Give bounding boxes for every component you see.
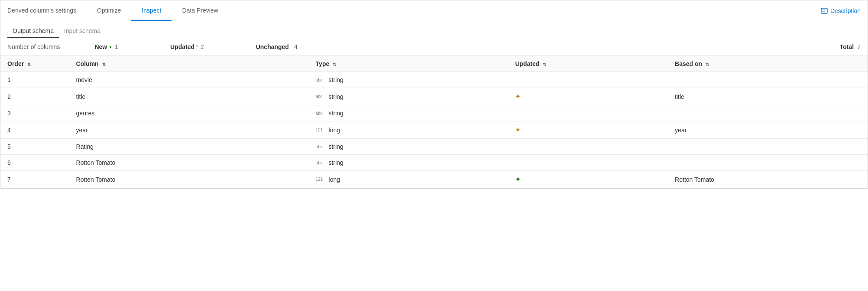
header-type[interactable]: Type ⇅ (309, 56, 508, 72)
sort-order-icon: ⇅ (27, 62, 31, 67)
cell-column: genres (69, 105, 309, 121)
cell-type: abcstring (309, 72, 508, 88)
table-header-row: Order ⇅ Column ⇅ Type ⇅ Updated ⇅ (0, 56, 868, 72)
type-badge: abc (316, 111, 326, 116)
cell-column: Rotton Tomato (69, 155, 309, 171)
table-row: 1movieabcstring (0, 72, 868, 88)
updated-star-icon: ✦ (515, 92, 521, 101)
table-row: 7Rotten Tomato121long✦Rotton Tomato (0, 171, 868, 188)
description-icon (821, 7, 828, 14)
type-badge: abc (316, 78, 326, 82)
header-updated[interactable]: Updated ⇅ (508, 56, 668, 72)
cell-updated (508, 105, 668, 121)
cell-updated (508, 155, 668, 171)
schema-table: Order ⇅ Column ⇅ Type ⇅ Updated ⇅ (0, 56, 868, 188)
type-label: string (329, 93, 343, 100)
table-row: 6Rotton Tomatoabcstring (0, 155, 868, 171)
cell-basedon (668, 155, 868, 171)
cell-column: title (69, 88, 309, 105)
cell-column: movie (69, 72, 309, 88)
updated-stat: Updated* 2 (170, 43, 204, 50)
header-basedon[interactable]: Based on ⇅ (668, 56, 868, 72)
cell-order: 7 (0, 171, 69, 188)
type-badge: abc (316, 144, 326, 149)
cell-order: 2 (0, 88, 69, 105)
cell-basedon (668, 139, 868, 155)
type-label: string (329, 143, 343, 150)
cell-type: abcstring (309, 155, 508, 171)
cell-basedon: Rotton Tomato (668, 171, 868, 188)
cell-basedon (668, 105, 868, 121)
cell-column: Rating (69, 139, 309, 155)
type-badge: 121 (316, 177, 326, 182)
table-row: 2titleabcstring✦title (0, 88, 868, 105)
sort-type-icon: ⇅ (333, 62, 336, 67)
tab-inspect[interactable]: Inspect (131, 0, 172, 21)
sort-column-icon: ⇅ (102, 62, 106, 67)
cell-type: 121long (309, 171, 508, 188)
tab-data-preview[interactable]: Data Preview (172, 0, 228, 21)
cell-updated: ✦ (508, 88, 668, 105)
type-badge: abc (316, 160, 326, 165)
cell-updated (508, 72, 668, 88)
unchanged-stat: Unchanged 4 (256, 43, 298, 50)
type-badge: abc (316, 94, 326, 99)
cell-basedon: title (668, 88, 868, 105)
sort-basedon-icon: ⇅ (706, 62, 709, 67)
number-of-columns-label: Number of columns (7, 43, 60, 50)
cell-order: 6 (0, 155, 69, 171)
cell-order: 1 (0, 72, 69, 88)
type-badge: 121 (316, 128, 326, 132)
cell-updated: ✦ (508, 171, 668, 188)
tab-derived-settings[interactable]: Derived column's settings (7, 0, 87, 21)
tab-optimize[interactable]: Optimize (87, 0, 131, 21)
cell-type: 121long (309, 121, 508, 139)
stats-row: Number of columns New✦ 1 Updated* 2 Unch… (0, 38, 868, 56)
table-row: 4year121long✦year (0, 121, 868, 139)
type-label: string (329, 76, 343, 83)
total-stat: Total 7 (840, 43, 861, 50)
cell-basedon (668, 72, 868, 88)
cell-order: 3 (0, 105, 69, 121)
cell-basedon: year (668, 121, 868, 139)
type-label: string (329, 110, 343, 117)
cell-updated: ✦ (508, 121, 668, 139)
cell-type: abcstring (309, 105, 508, 121)
cell-order: 5 (0, 139, 69, 155)
svg-rect-0 (821, 8, 827, 13)
cell-column: year (69, 121, 309, 139)
sort-updated-icon: ⇅ (543, 62, 546, 67)
schema-table-container: Order ⇅ Column ⇅ Type ⇅ Updated ⇅ (0, 56, 868, 188)
tab-output-schema[interactable]: Output schema (7, 25, 59, 38)
cell-column: Rotten Tomato (69, 171, 309, 188)
cell-type: abcstring (309, 88, 508, 105)
secondary-tab-bar: Output schema Input schema (0, 21, 868, 38)
updated-star-icon: ✦ (515, 175, 521, 183)
top-tab-bar: Derived column's settings Optimize Inspe… (0, 0, 868, 21)
cell-type: abcstring (309, 139, 508, 155)
table-row: 3genresabcstring (0, 105, 868, 121)
type-label: long (329, 176, 340, 183)
tab-input-schema[interactable]: Input schema (59, 25, 106, 38)
header-order[interactable]: Order ⇅ (0, 56, 69, 72)
type-label: long (329, 127, 340, 134)
new-stat: New✦ 1 (94, 43, 118, 50)
table-row: 5Ratingabcstring (0, 139, 868, 155)
cell-order: 4 (0, 121, 69, 139)
updated-star-icon: ✦ (515, 126, 521, 134)
type-label: string (329, 159, 343, 166)
updated-dot: * (196, 45, 198, 49)
cell-updated (508, 139, 668, 155)
description-button[interactable]: Description (821, 7, 861, 14)
new-dot: ✦ (109, 45, 112, 49)
header-column[interactable]: Column ⇅ (69, 56, 309, 72)
